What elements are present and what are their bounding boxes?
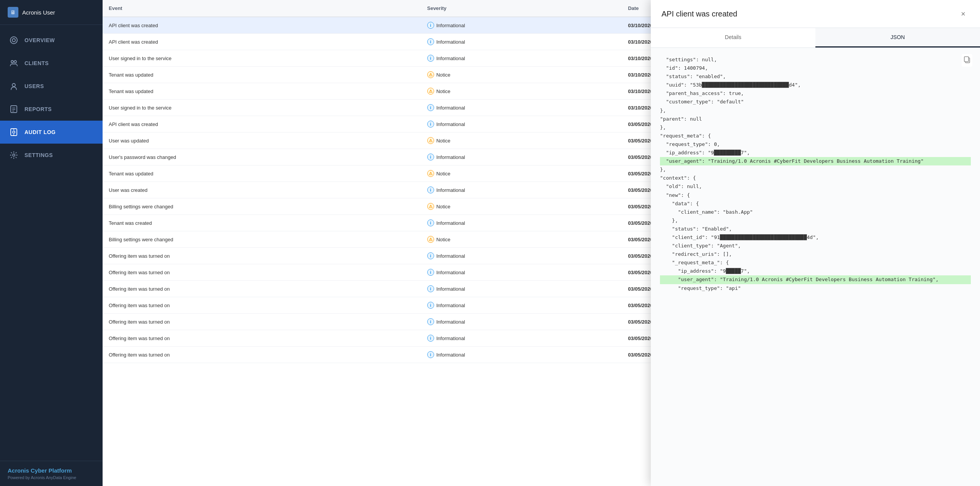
severity-cell: ⚠ Notice: [421, 67, 622, 83]
reports-icon: [9, 105, 18, 114]
severity-icon-info: i: [427, 252, 434, 259]
sidebar-item-overview[interactable]: OVERVIEW: [0, 29, 103, 52]
sidebar-item-overview-label: OVERVIEW: [24, 37, 55, 43]
severity-cell: i Informational: [421, 100, 622, 116]
event-cell: Tenant was updated: [103, 67, 421, 83]
json-line: "user_agent": "Training/1.0 Acronis #Cyb…: [660, 275, 971, 284]
sidebar-brand: Acronis Cyber Platform: [8, 467, 95, 474]
severity-icon-info: i: [427, 335, 434, 342]
detail-panel: API client was created × Details JSON "s…: [651, 0, 980, 486]
event-cell: Offering item was turned on: [103, 330, 421, 347]
svg-point-0: [10, 37, 17, 44]
json-line: "uuid": "53b████████████████████████████…: [660, 81, 971, 89]
json-line: "context": {: [660, 174, 971, 182]
sidebar-item-clients-label: CLIENTS: [24, 60, 49, 66]
tab-details[interactable]: Details: [651, 28, 815, 47]
json-line: },: [660, 216, 971, 225]
json-line: "status": "Enabled",: [660, 225, 971, 233]
app-logo: 🖥 Acronis User: [0, 0, 103, 25]
tab-json[interactable]: JSON: [815, 28, 980, 47]
sidebar-footer-sub: Powered by Acronis AnyData Engine: [8, 475, 95, 480]
sidebar-item-reports[interactable]: REPORTS: [0, 98, 103, 121]
sidebar-item-settings[interactable]: SETTINGS: [0, 144, 103, 167]
severity-cell: i Informational: [421, 264, 622, 281]
json-line: "settings": null,: [660, 56, 971, 64]
json-line: "_request_meta_": {: [660, 259, 971, 267]
event-cell: User's password was changed: [103, 149, 421, 165]
severity-icon-info: i: [427, 22, 434, 29]
sidebar-item-reports-label: REPORTS: [24, 106, 52, 112]
svg-point-4: [12, 83, 15, 87]
panel-body[interactable]: "settings": null, "id": 1400794, "status…: [651, 48, 980, 486]
svg-point-10: [13, 131, 15, 133]
users-icon: [9, 82, 18, 91]
json-line: "request_meta": {: [660, 132, 971, 140]
severity-cell: ⚠ Notice: [421, 231, 622, 248]
json-line: "client_id": "91████████████████████████…: [660, 233, 971, 242]
sidebar-item-clients[interactable]: CLIENTS: [0, 52, 103, 75]
svg-point-2: [11, 61, 13, 63]
severity-icon-notice: ⚠: [427, 170, 434, 177]
json-content: "settings": null, "id": 1400794, "status…: [651, 48, 980, 300]
clients-icon: [9, 59, 18, 68]
panel-tabs: Details JSON: [651, 28, 980, 48]
json-line: "parent": null: [660, 115, 971, 123]
severity-cell: i Informational: [421, 34, 622, 50]
json-line: "request_type": "api": [660, 284, 971, 293]
json-line: "old": null,: [660, 182, 971, 191]
severity-cell: i Informational: [421, 149, 622, 165]
svg-point-3: [14, 61, 16, 63]
severity-cell: i Informational: [421, 347, 622, 363]
event-cell: Offering item was turned on: [103, 281, 421, 297]
severity-icon-info: i: [427, 154, 434, 160]
svg-point-1: [12, 39, 15, 42]
sidebar: 🖥 Acronis User OVERVIEW CLIENTS: [0, 0, 103, 486]
severity-cell: ⚠ Notice: [421, 198, 622, 215]
severity-icon-info: i: [427, 55, 434, 62]
event-cell: Tenant was created: [103, 215, 421, 231]
json-line: "customer_type": "default": [660, 98, 971, 106]
event-cell: User signed in to the service: [103, 50, 421, 67]
severity-cell: ⚠ Notice: [421, 83, 622, 100]
json-line: "id": 1400794,: [660, 64, 971, 72]
sidebar-item-users[interactable]: USERS: [0, 75, 103, 98]
app-logo-text: Acronis User: [22, 9, 55, 16]
severity-cell: i Informational: [421, 116, 622, 133]
json-line: "ip_address": "9█████████7",: [660, 149, 971, 157]
event-cell: User was created: [103, 182, 421, 198]
panel-close-button[interactable]: ×: [957, 8, 969, 20]
severity-cell: i Informational: [421, 330, 622, 347]
sidebar-item-audit-log[interactable]: AUDIT LOG: [0, 121, 103, 144]
severity-cell: i Informational: [421, 215, 622, 231]
json-line: },: [660, 165, 971, 174]
severity-cell: i Informational: [421, 314, 622, 330]
panel-header: API client was created ×: [651, 0, 980, 28]
json-line: "status": "enabled",: [660, 72, 971, 81]
severity-cell: i Informational: [421, 297, 622, 314]
copy-button[interactable]: [962, 54, 972, 67]
severity-cell: ⚠ Notice: [421, 165, 622, 182]
event-cell: Billing settings were changed: [103, 198, 421, 215]
sidebar-item-users-label: USERS: [24, 83, 44, 89]
panel-title: API client was created: [662, 10, 737, 18]
col-event: Event: [103, 0, 421, 17]
json-line: },: [660, 106, 971, 115]
severity-cell: i Informational: [421, 50, 622, 67]
severity-cell: i Informational: [421, 17, 622, 34]
severity-icon-notice: ⚠: [427, 137, 434, 144]
severity-icon-notice: ⚠: [427, 236, 434, 243]
json-line: "parent_has_access": true,: [660, 89, 971, 98]
severity-cell: i Informational: [421, 248, 622, 264]
overview-icon: [9, 36, 18, 45]
event-cell: API client was created: [103, 17, 421, 34]
col-severity: Severity: [421, 0, 622, 17]
event-cell: API client was created: [103, 34, 421, 50]
severity-icon-notice: ⚠: [427, 88, 434, 95]
severity-icon-info: i: [427, 121, 434, 128]
severity-icon-info: i: [427, 302, 434, 309]
svg-rect-15: [964, 57, 969, 62]
event-cell: Offering item was turned on: [103, 314, 421, 330]
json-line: "client_name": "bash.App": [660, 208, 971, 216]
severity-icon-info: i: [427, 285, 434, 292]
severity-icon-info: i: [427, 104, 434, 111]
